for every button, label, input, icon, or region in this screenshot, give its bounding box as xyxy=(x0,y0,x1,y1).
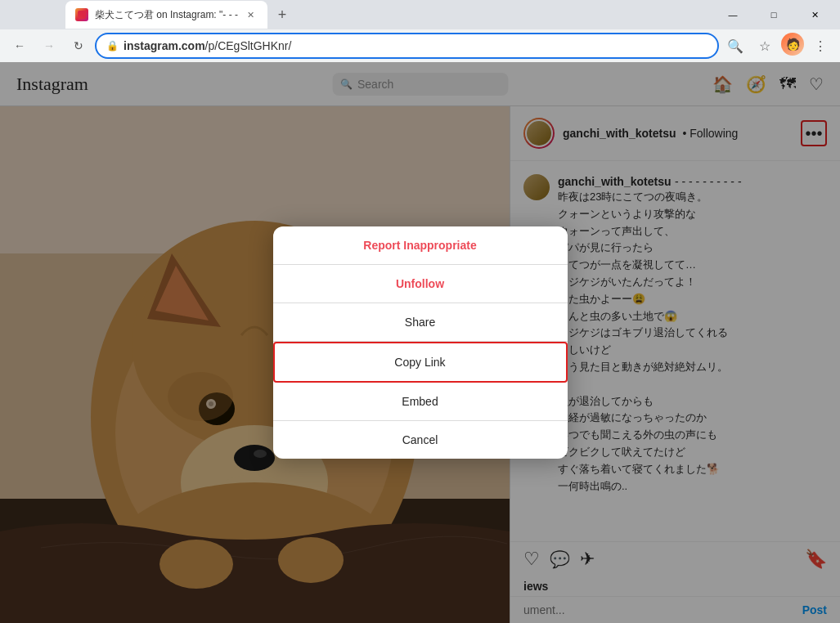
title-bar: 柴犬こてつ君 on Instagram: "- - - ✕ + — □ ✕ xyxy=(0,0,840,29)
tab-close-button[interactable]: ✕ xyxy=(245,8,258,21)
tab-bar: 柴犬こてつ君 on Instagram: "- - - ✕ + xyxy=(65,1,714,29)
menu-button[interactable]: ⋮ xyxy=(807,33,833,59)
svg-rect-0 xyxy=(78,11,86,19)
options-modal: Report Inappropriate Unfollow Share Copy… xyxy=(273,226,568,459)
share-option[interactable]: Share xyxy=(273,303,568,342)
reload-button[interactable]: ↻ xyxy=(65,33,92,59)
maximize-button[interactable]: □ xyxy=(755,0,793,29)
forward-button[interactable]: → xyxy=(36,33,62,59)
bookmark-star-button[interactable]: ☆ xyxy=(752,33,778,59)
lock-icon: 🔒 xyxy=(106,40,119,52)
embed-option[interactable]: Embed xyxy=(273,383,568,421)
nav-actions: 🔍 ☆ 🧑 ⋮ xyxy=(722,33,833,59)
unfollow-option[interactable]: Unfollow xyxy=(273,265,568,303)
url-base: instagram.com xyxy=(124,39,205,52)
url-path: /p/CEgSltGHKnr/ xyxy=(205,39,292,52)
search-icon-btn[interactable]: 🔍 xyxy=(722,33,748,59)
window-controls: — □ ✕ xyxy=(714,0,833,29)
new-tab-button[interactable]: + xyxy=(271,3,294,26)
report-inappropriate-option[interactable]: Report Inappropriate xyxy=(273,226,568,265)
instagram-app: Instagram 🔍 Search 🏠 🧭 🗺 ♡ xyxy=(0,62,840,623)
address-bar[interactable]: 🔒 instagram.com/p/CEgSltGHKnr/ xyxy=(95,33,719,59)
browser-tab[interactable]: 柴犬こてつ君 on Instagram: "- - - ✕ xyxy=(65,1,267,29)
url-display: instagram.com/p/CEgSltGHKnr/ xyxy=(124,39,707,52)
minimize-button[interactable]: — xyxy=(714,0,752,29)
close-button[interactable]: ✕ xyxy=(796,0,833,29)
cancel-option[interactable]: Cancel xyxy=(273,421,568,459)
copy-link-option[interactable]: Copy Link xyxy=(273,342,568,383)
profile-avatar[interactable]: 🧑 xyxy=(781,33,804,56)
tab-title: 柴犬こてつ君 on Instagram: "- - - xyxy=(95,8,238,22)
tab-favicon xyxy=(75,8,88,21)
back-button[interactable]: ← xyxy=(7,33,33,59)
modal-overlay[interactable]: Report Inappropriate Unfollow Share Copy… xyxy=(0,62,840,623)
nav-bar: ← → ↻ 🔒 instagram.com/p/CEgSltGHKnr/ 🔍 ☆… xyxy=(0,29,840,62)
browser-chrome: 柴犬こてつ君 on Instagram: "- - - ✕ + — □ ✕ ← … xyxy=(0,0,840,62)
